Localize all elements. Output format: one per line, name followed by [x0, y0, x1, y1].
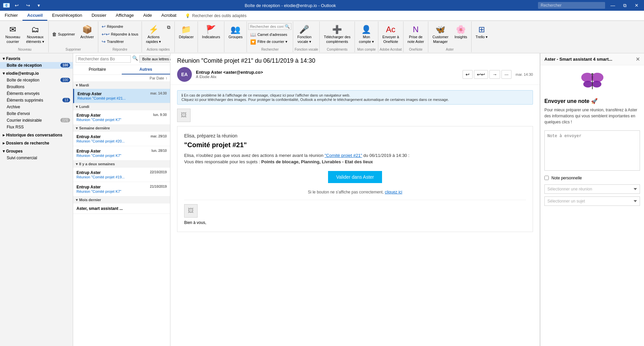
fonction-vocale-btn[interactable]: 🎤 Fonctionvocale ▾ [294, 23, 314, 46]
email-content-title: Réunion "Comité projet #21" du 06/11/201… [177, 57, 533, 64]
sidebar-account: ▾ elodie@entrup.io Boîte de réception 10… [0, 69, 73, 131]
email-subject: Réunion "Comité projet K7" [76, 189, 144, 193]
forward-btn[interactable]: → [489, 70, 500, 79]
supprimer-btn[interactable]: 🗑 Supprimer [50, 31, 77, 38]
reply-btn[interactable]: ↩ [463, 70, 473, 79]
boite-envoi-label: Boîte d'envoi [7, 111, 30, 116]
fallback-link[interactable]: cliquez ici [385, 190, 402, 194]
sidebar-item-indesirable[interactable]: Courrier indésirable [15] [0, 117, 73, 124]
sidebar-item-supprimes[interactable]: Éléments supprimés 13 [0, 97, 73, 104]
group-nouveau: ✉ Nouveaucourrier 🗂 Nouveauxéléments ▾ N… [1, 21, 49, 52]
flag-icon: 🚩 [206, 24, 216, 35]
nouveaux-elements-btn[interactable]: 🗂 Nouveauxéléments ▾ [23, 23, 47, 46]
adobe-icon: Ac [386, 24, 395, 35]
sujet-select[interactable]: Sélectionner un sujet [544, 196, 640, 206]
email-item[interactable]: Entrup Aster mar. 14:30 Réunion "Comité … [73, 89, 170, 103]
repondre-tous-btn[interactable]: ↩↩ Répondre à tous [100, 31, 140, 38]
restore-btn[interactable]: ⧉ [621, 2, 629, 9]
group-indicateurs: 🚩 Indicateurs [198, 21, 224, 52]
group-fonction-vocale: 🎤 Fonctionvocale ▾ Fonction vocale [293, 21, 320, 52]
conversations-title[interactable]: ▸ Historique des conversations [0, 132, 73, 138]
telecharger-complements-btn[interactable]: ➕ Télécharger descompléments [321, 23, 353, 46]
tab-fichier[interactable]: Fichier [0, 11, 22, 21]
repondre-btn[interactable]: ↩ Répondre [100, 23, 140, 30]
tab-dossier[interactable]: Dossier [87, 11, 111, 21]
groupes-btn[interactable]: 👥 Groupes [226, 23, 245, 41]
nouveau-courrier-btn[interactable]: ✉ Nouveaucourrier [3, 23, 23, 46]
sidebar-item-inbox-fav[interactable]: Boîte de réception 100 [0, 62, 73, 69]
prise-note-aster-btn[interactable]: N Prise denote Aster [405, 23, 427, 46]
email-item[interactable]: Entrup Aster lun. 28/10 Réunion "Comité … [73, 146, 170, 161]
tab-envoi[interactable]: Envoi/réception [47, 11, 87, 21]
fallback-text: Si le bouton ne s'affiche pas correcteme… [308, 190, 384, 194]
meeting-link[interactable]: "Comité projet #21" [325, 153, 362, 158]
mon-compte-btn[interactable]: 👤 Moncompte ▾ [356, 23, 377, 46]
quick-access-btn[interactable]: ▾ [35, 2, 43, 9]
email-list-panel: 🔍 Boîte aux lettres actuelle Prioritaire… [73, 53, 170, 346]
transferer-btn[interactable]: ↪ Transférer [100, 38, 140, 45]
brouillons-label: Brouillons [7, 84, 24, 89]
contacts-search-input[interactable] [250, 24, 283, 28]
favorites-label: Favoris [6, 56, 20, 61]
reunion-select[interactable]: Sélectionner une réunion [544, 184, 640, 194]
sort-by-date[interactable]: Par Date [150, 76, 164, 80]
undo-btn[interactable]: ↩ [12, 2, 21, 9]
sender-display: Entrup Aster <aster@entrup.co> [196, 70, 459, 75]
email-item[interactable]: Aster, smart assistant ... [73, 204, 170, 214]
actions-rapides-btn[interactable]: ⚡ Actionsrapides ▾ [143, 23, 164, 46]
favorites-title[interactable]: ▾ Favoris [0, 55, 73, 62]
chevron-semaine: ▾ [76, 126, 78, 130]
groups-title[interactable]: ▾ Groupes [0, 148, 73, 155]
trello-btn[interactable]: ⊞ Trello ▾ [473, 23, 490, 41]
aster-close-btn[interactable]: ✕ [636, 56, 640, 62]
indicateurs-btn[interactable]: 🚩 Indicateurs [199, 23, 223, 41]
sidebar-item-suivi[interactable]: Suivi commercial [0, 155, 73, 161]
archiver-btn[interactable]: 📦 Archiver [78, 23, 97, 41]
validate-container: Valider dans Aster [184, 171, 526, 183]
close-btn[interactable]: ✕ [632, 2, 641, 9]
to-name: Élodie Alix [199, 75, 216, 79]
email-item[interactable]: Entrup Aster mar. 29/10 Réunion "Comité … [73, 132, 170, 146]
email-item[interactable]: Entrup Aster 21/10/2019 Réunion "Comité … [73, 182, 170, 196]
actions-rapides-expand-btn[interactable]: ⧉ [164, 23, 173, 32]
sidebar-item-inbox[interactable]: Boîte de réception 100 [0, 77, 73, 83]
tab-accueil[interactable]: Accueil [22, 11, 47, 21]
sidebar-item-archive[interactable]: Archive [0, 104, 73, 110]
email-item[interactable]: Entrup Aster lun. 9:30 Réunion "Comité p… [73, 110, 170, 125]
email-search-input[interactable] [76, 55, 131, 63]
email-item[interactable]: Entrup Aster 22/10/2019 Réunion "Comité … [73, 168, 170, 182]
personal-note-checkbox[interactable] [544, 176, 549, 180]
info-icon: ℹ [181, 93, 183, 97]
aster-note-textarea[interactable] [544, 130, 640, 171]
filtre-courrier-btn[interactable]: 🔽 Filtre de courrier ▾ [248, 39, 291, 45]
title-search-input[interactable] [538, 2, 605, 9]
tab-prioritaire[interactable]: Prioritaire [73, 65, 122, 74]
sidebar-item-boite-envoi[interactable]: Boîte d'envoi [0, 110, 73, 117]
envoyer-onenote-btn[interactable]: Ac Envoyer àOneNote [380, 23, 402, 46]
archive-icon: 📦 [82, 24, 92, 35]
tab-acrobat[interactable]: Acrobat [157, 11, 181, 21]
tab-autres[interactable]: Autres [122, 65, 170, 74]
title-bar-left: 📧 ↩ ↪ ▾ [3, 2, 43, 9]
sidebar-item-brouillons[interactable]: Brouillons [0, 83, 73, 90]
minimize-btn[interactable]: — [608, 2, 618, 9]
redo-btn[interactable]: ↪ [23, 2, 33, 9]
carnet-adresses-btn[interactable]: 📖 Carnet d'adresses [248, 31, 291, 38]
sidebar-item-envoyes[interactable]: Éléments envoyés [0, 90, 73, 97]
more-actions-btn[interactable]: ··· [501, 70, 512, 79]
sidebar-item-flux-rss[interactable]: Flux RSS [0, 124, 73, 130]
reply-all-btn[interactable]: ↩↩ [474, 70, 488, 79]
validate-btn[interactable]: Valider dans Aster [328, 171, 382, 183]
insights-btn[interactable]: 🌸 Insights [452, 23, 470, 41]
supprimes-badge: 13 [62, 98, 70, 102]
dossiers-title[interactable]: ▸ Dossiers de recherche [0, 140, 73, 147]
forward-icon: ↪ [102, 39, 106, 44]
account-title[interactable]: ▾ elodie@entrup.io [0, 70, 73, 77]
main-layout: ▾ Favoris Boîte de réception 100 ▾ elodi… [0, 53, 644, 346]
sort-arrow[interactable]: ↑ [166, 76, 168, 80]
customer-manager-btn[interactable]: 🦋 CustomerManager [430, 23, 451, 46]
tab-affichage[interactable]: Affichage [111, 11, 139, 21]
group-onenote-body: N Prise denote Aster [405, 21, 427, 47]
deplacer-btn[interactable]: 📁 Déplacer [176, 23, 196, 41]
tab-aide[interactable]: Aide [139, 11, 157, 21]
